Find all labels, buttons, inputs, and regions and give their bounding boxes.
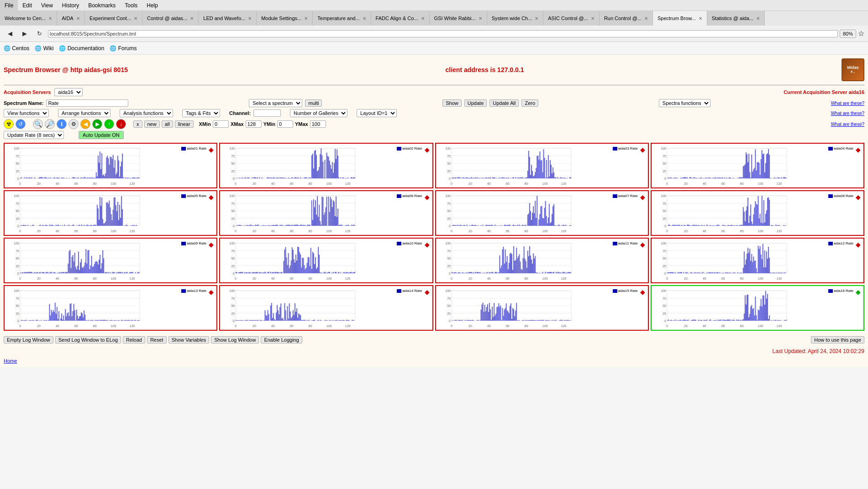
gallery-item-aida13[interactable]: aida13 Rate ◆ 0255075100020406080100120 [4,285,217,331]
spectrum-name-input[interactable] [46,99,128,107]
menu-file[interactable]: File [0,0,18,10]
show-variables-button[interactable]: Show Variables [168,336,210,343]
update-button[interactable]: Update [464,99,487,107]
spectra-functions-dropdown[interactable]: Spectra functions [659,99,710,107]
ymax-input[interactable] [310,120,326,128]
what-are-these-2[interactable]: What are these? [831,111,864,116]
bookmark-wiki[interactable]: 🌐 Wiki [35,45,53,52]
menu-tools[interactable]: Tools [120,0,142,10]
bookmark-forums[interactable]: 🌐 Forums [110,45,137,52]
update-all-button[interactable]: Update All [489,99,519,107]
enable-logging-button[interactable]: Enable Logging [261,336,302,343]
show-button[interactable]: Show [442,99,462,107]
view-functions-dropdown[interactable]: View functions [4,109,49,117]
gallery-item-aida03[interactable]: aida03 Rate ◆ 0255075100020406080100120 [435,143,649,188]
tab-temp[interactable]: Temperature and...✕ [313,11,371,26]
svg-rect-1323 [479,272,480,273]
refresh-icon-btn[interactable]: ↺ [16,119,26,129]
bookmark-centos[interactable]: 🌐 Centos [4,45,29,52]
svg-text:75: 75 [16,155,19,158]
xmax-input[interactable] [246,120,262,128]
empty-log-button[interactable]: Empty Log Window [4,336,53,343]
reload-page-button[interactable]: Reload [123,336,145,343]
gallery-item-aida12[interactable]: aida12 Rate ◆ 0255075100020406080100120 [651,238,864,283]
new-button[interactable]: new [144,120,160,128]
svg-rect-1319 [476,273,477,273]
reset-button[interactable]: Reset [147,336,167,343]
arrange-functions-dropdown[interactable]: Arrange functions [58,109,110,117]
update-rate-dropdown[interactable]: Update Rate (8 secs) [4,131,64,139]
tags-fits-dropdown[interactable]: Tags & Fits [182,109,220,117]
analysis-functions-dropdown[interactable]: Analysis functions [120,109,173,117]
how-to-button[interactable]: How to use this page [811,336,864,343]
gallery-item-aida10[interactable]: aida10 Rate ◆ 0255075100020406080100120 [219,238,433,283]
zero-button[interactable]: Zero [521,99,538,107]
channel-input[interactable] [253,109,281,117]
what-are-these-3[interactable]: What are these? [831,122,864,127]
settings-icon-btn[interactable]: ⚙ [68,119,79,129]
menu-view[interactable]: View [37,0,58,10]
acquisition-server-select[interactable]: aida16 [54,88,83,96]
reload-button[interactable]: ↻ [33,28,46,39]
tab-spectrum[interactable]: Spectrum Brow...✕ [653,11,707,26]
linear-button[interactable]: linear [175,120,194,128]
tab-aida[interactable]: AIDA✕ [57,11,85,26]
gallery-item-aida14[interactable]: aida14 Rate ◆ 0255075100020406080100120 [219,285,433,331]
home-link[interactable]: Home [4,358,17,364]
back-button[interactable]: ◀ [4,28,16,39]
all-button[interactable]: all [162,120,173,128]
forward-button[interactable]: ▶ [18,28,31,39]
nuclear-icon-btn[interactable]: ☢ [4,119,14,129]
ymin-input[interactable] [277,120,293,128]
tab-fadc[interactable]: FADC Align & Co...✕ [371,11,430,26]
upload-icon-btn[interactable]: ↑ [104,119,114,129]
gallery-item-aida07[interactable]: aida07 Rate ◆ 0255075100020406080100120 [435,190,649,236]
gallery-item-aida04[interactable]: aida04 Rate ◆ 0255075100020406080100120 [651,143,864,188]
multi-button[interactable]: multi [305,99,322,107]
tab-gsi[interactable]: GSI White Rabbi...✕ [430,11,487,26]
menu-edit[interactable]: Edit [18,0,37,10]
bookmark-documentation[interactable]: 🌐 Documentation [59,45,104,52]
zoom-in-icon-btn[interactable]: 🔍 [33,119,43,129]
gallery-item-aida09[interactable]: aida09 Rate ◆ 0255075100020406080100120 [4,238,217,283]
gallery-item-aida06[interactable]: aida06 Rate ◆ 0255075100020406080100120 [219,190,433,236]
tab-experiment[interactable]: Experiment Cont...✕ [85,11,142,26]
number-of-galleries-dropdown[interactable]: Number of Galleries [290,109,347,117]
gallery-item-aida08[interactable]: aida08 Rate ◆ 0255075100020406080100120 [651,190,864,236]
download-icon-btn[interactable]: ↓ [116,119,126,129]
xmin-input[interactable] [213,120,229,128]
tab-module[interactable]: Module Settings...✕ [257,11,313,26]
tab-control[interactable]: Control @ aidas...✕ [142,11,199,26]
prev-icon-btn[interactable]: ◀ [80,119,90,129]
next-icon-btn[interactable]: ▶ [92,119,102,129]
menu-help[interactable]: Help [142,0,163,10]
gallery-item-aida01[interactable]: aida01 Rate ◆ 0255075100020406080100120 [4,143,217,188]
what-are-these-1[interactable]: What are these? [831,101,864,106]
gallery-item-aida05[interactable]: aida05 Rate ◆ 0255075100020406080100120 [4,190,217,236]
tab-welcome[interactable]: Welcome to Cen...✕ [0,11,57,26]
gallery-item-aida02[interactable]: aida02 Rate ◆ 0255075100020406080100120 [219,143,433,188]
menu-bookmarks[interactable]: Bookmarks [84,0,120,10]
svg-rect-1731 [275,320,276,321]
auto-update-button[interactable]: Auto Update ON [79,131,124,139]
send-log-button[interactable]: Send Log Window to ELog [55,336,121,343]
tab-asic[interactable]: ASIC Control @...✕ [543,11,600,26]
info-icon-btn[interactable]: ℹ [57,119,67,129]
tab-led[interactable]: LED and Wavefo...✕ [199,11,257,26]
menu-history[interactable]: History [58,0,84,10]
zoom-out-icon-btn[interactable]: 🔎 [45,119,55,129]
address-bar[interactable] [48,30,838,37]
layout-id-dropdown[interactable]: Layout ID=1 [357,109,397,117]
svg-text:80: 80 [740,324,744,328]
gallery-item-aida16[interactable]: aida16 Rate ◆ 0255075100020406080100120 [651,285,864,331]
tab-statistics[interactable]: Statistics @ aida...✕ [707,11,765,26]
gallery-item-aida15[interactable]: aida15 Rate ◆ 0255075100020406080100120 [435,285,649,331]
show-log-button[interactable]: Show Log Window [211,336,259,343]
star-icon[interactable]: ☆ [858,29,864,38]
tab-run[interactable]: Run Control @...✕ [600,11,653,26]
select-spectrum-dropdown[interactable]: Select a spectrum [249,99,302,107]
svg-rect-680 [275,225,276,226]
tab-system[interactable]: System wide Ch...✕ [487,11,544,26]
x-button[interactable]: x [133,120,142,128]
gallery-item-aida11[interactable]: aida11 Rate ◆ 0255075100020406080100120 [435,238,649,283]
